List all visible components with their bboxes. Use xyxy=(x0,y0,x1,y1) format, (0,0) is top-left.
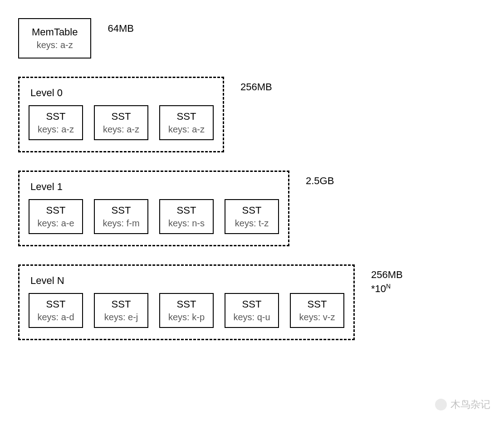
sst-keys: keys: f-m xyxy=(101,218,141,229)
level-1-size-label: 2.5GB xyxy=(306,174,334,188)
sst-keys: keys: a-d xyxy=(36,312,76,322)
sst-title: SST xyxy=(36,298,76,310)
sst-keys: keys: e-j xyxy=(101,312,141,322)
sst-title: SST xyxy=(166,298,206,310)
sst-box: SST keys: v-z xyxy=(290,293,344,328)
level-0-label: Level 0 xyxy=(30,87,212,99)
sst-keys: keys: a-z xyxy=(36,124,76,135)
level-n-size-label: 256MB *10N xyxy=(371,268,403,296)
sst-title: SST xyxy=(166,111,206,122)
sst-title: SST xyxy=(101,111,141,122)
memtable-title: MemTable xyxy=(32,26,78,38)
sst-title: SST xyxy=(36,205,76,216)
sst-box: SST keys: t-z xyxy=(225,199,279,234)
sst-title: SST xyxy=(36,111,76,122)
sst-title: SST xyxy=(166,205,206,216)
level-n-label: Level N xyxy=(30,275,343,287)
sst-keys: keys: n-s xyxy=(166,218,206,229)
sst-keys: keys: a-e xyxy=(36,218,76,229)
sst-title: SST xyxy=(297,298,337,310)
sst-box: SST keys: q-u xyxy=(225,293,279,328)
sst-box: SST keys: e-j xyxy=(94,293,148,328)
level-1-sst-row: SST keys: a-e SST keys: f-m SST keys: n-… xyxy=(29,199,279,234)
level-0-container: Level 0 SST keys: a-z SST keys: a-z SST … xyxy=(18,77,224,152)
level-1-container: Level 1 SST keys: a-e SST keys: f-m SST … xyxy=(18,171,289,246)
memtable-keys: keys: a-z xyxy=(32,40,78,50)
sst-keys: keys: t-z xyxy=(232,218,272,229)
sst-box: SST keys: k-p xyxy=(159,293,214,328)
sst-keys: keys: a-z xyxy=(166,124,206,135)
level-n-sst-row: SST keys: a-d SST keys: e-j SST keys: k-… xyxy=(29,293,344,328)
sst-keys: keys: a-z xyxy=(101,124,141,135)
sst-box: SST keys: a-z xyxy=(94,105,148,140)
level-0-row: Level 0 SST keys: a-z SST keys: a-z SST … xyxy=(18,77,486,152)
level-0-sst-row: SST keys: a-z SST keys: a-z SST keys: a-… xyxy=(29,105,214,140)
memtable-row: MemTable keys: a-z 64MB xyxy=(18,18,486,59)
sst-keys: keys: v-z xyxy=(297,312,337,322)
memtable-size-label: 64MB xyxy=(108,22,133,36)
sst-box: SST keys: n-s xyxy=(159,199,214,234)
level-n-container: Level N SST keys: a-d SST keys: e-j SST … xyxy=(18,264,355,340)
level-n-size-mult: *10 xyxy=(371,283,386,294)
level-0-size-label: 256MB xyxy=(240,80,272,94)
sst-box: SST keys: a-d xyxy=(29,293,83,328)
sst-box: SST keys: a-e xyxy=(29,199,83,234)
sst-keys: keys: q-u xyxy=(232,312,272,322)
level-1-row: Level 1 SST keys: a-e SST keys: f-m SST … xyxy=(18,171,486,246)
level-n-size-exp: N xyxy=(386,283,391,290)
sst-title: SST xyxy=(232,205,272,216)
sst-keys: keys: k-p xyxy=(166,312,206,322)
sst-box: SST keys: a-z xyxy=(159,105,214,140)
memtable-box: MemTable keys: a-z xyxy=(18,18,91,59)
sst-title: SST xyxy=(101,298,141,310)
sst-box: SST keys: a-z xyxy=(29,105,83,140)
level-n-row: Level N SST keys: a-d SST keys: e-j SST … xyxy=(18,264,486,340)
sst-title: SST xyxy=(101,205,141,216)
level-1-label: Level 1 xyxy=(30,181,277,193)
sst-title: SST xyxy=(232,298,272,310)
level-n-size-base: 256MB xyxy=(371,269,403,280)
sst-box: SST keys: f-m xyxy=(94,199,148,234)
